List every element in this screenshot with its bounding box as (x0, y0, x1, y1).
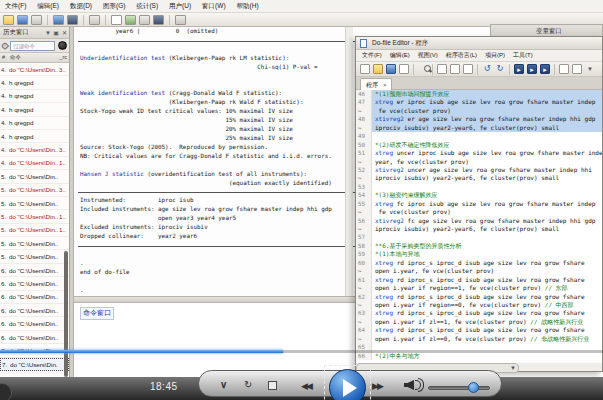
menu-file[interactable]: 文件(F) (5, 2, 26, 11)
filter-icon[interactable]: ▼ (45, 29, 51, 37)
code-line[interactable]: 58**6.基于采购类型的异质性分析 (356, 242, 602, 250)
history-row[interactable]: 6.do "C:\Users\Din.. (0, 291, 69, 304)
print-icon[interactable] (31, 15, 42, 25)
menu-window[interactable]: 窗口(W) (202, 2, 225, 11)
code-line[interactable]: 62xtreg rd iproc_s iproc_d isub age size… (356, 293, 602, 301)
code-line[interactable]: 57 (356, 233, 602, 241)
history-row[interactable]: 4.h qregpd (0, 90, 69, 103)
code-line[interactable]: 59*(1)本地与异地 (356, 250, 602, 258)
code-line[interactable]: ↪open i.year if zl==1, fe vce(cluster pr… (356, 318, 602, 326)
history-row[interactable]: 6.do "C:\Users\Din.. (0, 304, 69, 317)
code-line[interactable]: ↪year, fe vce(cluster prov) (356, 158, 602, 166)
col-number[interactable]: # (2, 54, 10, 62)
variables-manager-icon[interactable] (153, 15, 164, 25)
history-options-button[interactable] (58, 41, 67, 50)
execute-quietly-icon[interactable]: ▸ (540, 64, 550, 74)
scrollbar-dropdown-icon[interactable]: ▼ (510, 365, 516, 371)
code-line[interactable]: 53 (356, 183, 602, 191)
code-line[interactable]: 61xtreg rd iproc_s iproc_d isub age size… (356, 276, 602, 284)
editor-menu-edit[interactable]: 编辑(E) (390, 51, 410, 60)
redo-icon[interactable]: ↻ (495, 64, 505, 74)
cut-icon[interactable] (437, 64, 447, 74)
history-scrollbar[interactable] (64, 251, 68, 377)
play-button[interactable] (329, 369, 366, 400)
code-line[interactable]: 51xtreg uncer iproc isub age size lev ro… (356, 149, 602, 157)
new-tab-icon[interactable] (572, 64, 582, 74)
editor-menu-language[interactable]: 程序语言(L) (446, 51, 477, 60)
history-row[interactable]: 5.do "C:\Users\Din.. (0, 197, 69, 210)
paste-icon[interactable] (463, 64, 473, 74)
code-line[interactable]: ↪open i.year if zl==0, fe vce(cluster pr… (356, 335, 602, 343)
more-icon[interactable] (175, 15, 186, 25)
col-command[interactable]: 命令 (10, 54, 59, 62)
menu-help[interactable]: 帮助(H) (237, 2, 259, 11)
log-icon[interactable] (53, 15, 64, 25)
data-browser-icon[interactable] (139, 15, 150, 25)
code-line[interactable]: 49 (356, 132, 602, 140)
save-file-icon[interactable] (386, 64, 396, 74)
save-icon[interactable] (17, 15, 28, 25)
run-icon[interactable]: ▸ (514, 64, 524, 74)
open-file-icon[interactable] (373, 64, 383, 74)
menu-statistics[interactable]: 统计(S) (136, 2, 158, 11)
code-line[interactable]: ↪open i.year if region==0, fe vce(cluste… (356, 301, 602, 309)
code-line[interactable]: ↪iprociv isubiv) year2-year6, fe cluster… (356, 124, 602, 132)
editor-titlebar[interactable]: Do-file Editor - 程序 (356, 37, 602, 50)
preferences-icon[interactable] (559, 64, 569, 74)
history-row[interactable]: 6.do "C:\Users\Din.. (0, 277, 69, 290)
marker-icon[interactable]: ∨ (220, 379, 227, 390)
do-editor-icon[interactable] (111, 15, 122, 25)
code-line[interactable]: 47xtreg er iproc isub age size lev roa g… (356, 98, 602, 106)
code-line[interactable]: ↪iprociv isubiv) year2-year6, fe cluster… (356, 225, 602, 233)
fast-forward-button[interactable]: ▶▶ (372, 381, 382, 391)
code-line[interactable]: 60xtreg rd iproc_s iproc_d isub age size… (356, 259, 602, 267)
rewind-button[interactable]: ◀◀ (301, 381, 311, 391)
code-line[interactable]: 50*(2)研发不确定性降低效应 (356, 141, 602, 149)
code-line[interactable]: ↪ fe vce(cluster prov) (356, 107, 602, 115)
col-rc[interactable]: _rc (59, 54, 67, 62)
repeat-icon[interactable]: ↻ (244, 379, 252, 390)
history-row[interactable]: 5.do "C:\Users\Din.. (0, 250, 69, 263)
history-row[interactable]: 5.do "C:\Users\Din.. (0, 237, 69, 250)
do-icon[interactable]: ▸ (527, 64, 537, 74)
new-file-icon[interactable] (360, 64, 370, 74)
open-icon[interactable] (3, 15, 14, 25)
volume-slider-handle[interactable] (468, 382, 479, 393)
pin-icon[interactable]: ▣ (53, 29, 59, 37)
menu-user[interactable]: 用户(U) (169, 2, 191, 11)
history-row[interactable]: 5.do "C:\Users\Din.. (0, 170, 69, 183)
editor-menu-tools[interactable]: 工具(T) (513, 51, 533, 60)
code-line[interactable]: 55xtreg fc iproc isub age size lev roa g… (356, 200, 602, 208)
code-line[interactable]: ↪open i.year, fe vce(cluster prov) (356, 267, 602, 275)
editor-menu-file[interactable]: 文件(F) (362, 51, 382, 60)
history-row[interactable]: 4.do "C:\Users\Din..1.. (0, 157, 69, 170)
filter-command-input[interactable]: 过滤命令 (10, 41, 55, 51)
wrench-icon[interactable] (1, 42, 9, 50)
editor-menu-project[interactable]: 项目(P) (485, 51, 505, 60)
print-file-icon[interactable] (399, 64, 409, 74)
stop-icon[interactable] (268, 381, 277, 390)
results-scrollbar[interactable] (345, 27, 353, 296)
tab-program[interactable]: 程序× (360, 78, 392, 90)
code-line[interactable]: 56xtivreg2 fc age size lev roa grow fsha… (356, 217, 602, 225)
close-icon[interactable]: ✕ (62, 29, 67, 37)
history-row[interactable]: 4.h qregpd (0, 130, 69, 143)
code-line[interactable]: 52xtivreg2 uncer age size lev roa grow f… (356, 166, 602, 174)
history-row[interactable]: 4.h qregpd (0, 76, 69, 89)
history-row[interactable]: 6.do "C:\Users\Din.. (0, 331, 69, 344)
code-line[interactable]: 64xtreg rd iproc_s iproc_d isub age size… (356, 326, 602, 334)
history-row[interactable]: 4.do "C:\Users\Din..3.. (0, 63, 69, 76)
history-row[interactable]: 4.do "C:\Users\Din..3.. (0, 143, 69, 156)
code-line[interactable]: ↪iprociv isubiv) year2-year6, fe cluster… (356, 174, 602, 182)
history-row[interactable]: 4.h qregpd (0, 103, 69, 116)
data-editor-icon[interactable] (125, 15, 136, 25)
menu-graphics[interactable]: 图形(G) (103, 2, 125, 11)
tab-close-icon[interactable]: × (383, 82, 387, 88)
editor-code-area[interactable]: 46*(1)预期市场回报提升效应47xtreg er iproc isub ag… (356, 90, 602, 363)
menu-edit[interactable]: 编辑(E) (37, 2, 59, 11)
code-line[interactable]: 54*(3)融资约束缓解效应 (356, 191, 602, 199)
menu-data[interactable]: 数据(D) (70, 2, 92, 11)
code-line[interactable]: ↪ fe vce(cluster prov) (356, 208, 602, 216)
history-row[interactable]: 5.do "C:\Users\Din..3.. (0, 184, 69, 197)
volume-slider-track[interactable] (428, 386, 490, 390)
